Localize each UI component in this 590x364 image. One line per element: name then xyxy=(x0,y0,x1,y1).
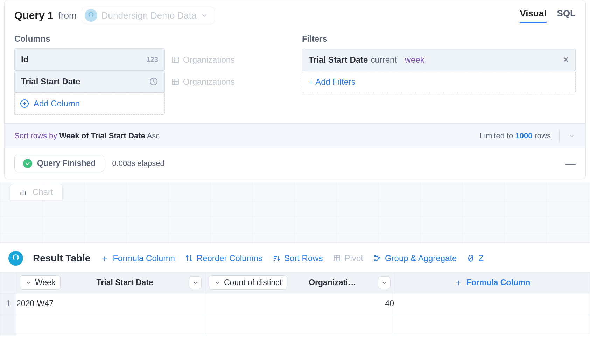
remove-filter-icon[interactable]: ✕ xyxy=(563,55,569,64)
cell-count[interactable]: 40 xyxy=(205,293,394,314)
column-source: Organizations xyxy=(171,77,235,87)
chevron-down-icon xyxy=(201,12,208,19)
postgres-icon xyxy=(8,251,23,266)
result-toolbar: Result Table ＋Formula Column Reorder Col… xyxy=(0,242,590,272)
svg-point-17 xyxy=(374,260,376,261)
columns-title: Columns xyxy=(14,34,288,44)
column-source: Organizations xyxy=(171,55,235,65)
datasource-name: Dundersign Demo Data xyxy=(101,10,197,21)
sort-summary[interactable]: Sort rows by Week of Trial Start Date As… xyxy=(14,131,160,140)
plus-icon: ＋ xyxy=(454,276,463,289)
pivot-icon xyxy=(333,254,341,262)
tool-zero-fill[interactable]: Z xyxy=(466,253,484,263)
filter-field: Trial Start Date xyxy=(309,55,368,65)
filters-section: Filters Trial Start Date current week ✕ … xyxy=(302,34,576,115)
col-header-count: Count of distinct Organizati… xyxy=(205,272,394,293)
filter-chip[interactable]: Trial Start Date current week ✕ xyxy=(302,49,576,71)
chevron-down-icon xyxy=(192,280,198,286)
add-column-button[interactable]: Add Column xyxy=(14,92,165,115)
add-filter-button[interactable]: + Add Filters xyxy=(302,71,576,93)
row-number-header xyxy=(0,272,16,293)
column-name: Id xyxy=(21,55,28,64)
col-header-formula: ＋ Formula Column xyxy=(394,272,590,293)
col-header-label: Trial Start Date xyxy=(64,278,185,287)
tool-sort-rows[interactable]: Sort Rows xyxy=(272,253,323,263)
postgres-icon xyxy=(85,9,97,22)
sort-bar: Sort rows by Week of Trial Start Date As… xyxy=(5,123,585,148)
plus-circle-icon xyxy=(20,99,29,108)
filters-title: Filters xyxy=(302,34,576,44)
table-row: 1 2020-W47 40 xyxy=(0,293,590,314)
column-chip-trial-start-date[interactable]: Trial Start Date xyxy=(14,70,165,93)
elapsed-text: 0.008s elapsed xyxy=(112,159,164,168)
svg-rect-0 xyxy=(172,57,178,63)
columns-section: Columns Id 123 Organizations Trial Start… xyxy=(14,34,288,115)
group-icon xyxy=(373,254,381,262)
chevron-down-icon xyxy=(381,280,387,286)
from-word: from xyxy=(58,10,77,21)
svg-point-16 xyxy=(374,255,376,257)
svg-rect-4 xyxy=(172,79,178,85)
chart-canvas: Chart xyxy=(0,183,590,242)
result-table: Week Trial Start Date Count of distinct … xyxy=(0,272,590,335)
sort-icon xyxy=(272,254,281,262)
query-panel: Query 1 from Dundersign Demo Data Visual… xyxy=(4,0,586,179)
row-number: 1 xyxy=(0,293,16,314)
limit-text[interactable]: Limited to 1000 rows xyxy=(480,131,551,140)
agg-picker-count[interactable]: Count of distinct xyxy=(209,275,287,290)
svg-point-18 xyxy=(379,258,380,259)
col-header-label: Organizati… xyxy=(290,278,374,287)
bar-chart-icon xyxy=(19,188,27,196)
limit-control: Limited to 1000 rows xyxy=(480,130,576,142)
column-row: Trial Start Date Organizations xyxy=(14,71,288,93)
cell-empty xyxy=(394,293,590,314)
check-circle-icon xyxy=(23,159,32,168)
chevron-down-icon xyxy=(214,280,220,286)
filter-value: week xyxy=(405,55,424,65)
col-menu-button[interactable] xyxy=(189,276,202,289)
reorder-icon xyxy=(185,254,193,262)
collapse-button[interactable]: — xyxy=(565,158,576,169)
column-name: Trial Start Date xyxy=(21,77,80,86)
filter-op: current xyxy=(371,55,397,65)
status-bar: Query Finished 0.008s elapsed — xyxy=(5,148,585,179)
slash-zero-icon xyxy=(466,254,475,262)
chevron-down-icon[interactable] xyxy=(568,132,576,140)
table-row xyxy=(0,314,590,335)
tool-group-aggregate[interactable]: Group & Aggregate xyxy=(373,253,457,263)
tool-formula-column[interactable]: ＋Formula Column xyxy=(100,252,175,265)
add-formula-column[interactable]: ＋ Formula Column xyxy=(394,276,590,289)
column-row: Id 123 Organizations xyxy=(14,49,288,71)
query-status-pill[interactable]: Query Finished xyxy=(14,155,104,172)
tool-reorder-columns[interactable]: Reorder Columns xyxy=(185,253,262,263)
table-icon xyxy=(171,78,180,86)
tab-sql[interactable]: SQL xyxy=(557,8,576,23)
svg-rect-13 xyxy=(334,255,340,261)
mode-tabs: Visual SQL xyxy=(520,8,576,23)
col-header-week: Week Trial Start Date xyxy=(16,272,205,293)
clock-icon xyxy=(149,77,158,86)
column-chip-id[interactable]: Id 123 xyxy=(14,48,165,71)
result-title: Result Table xyxy=(33,253,90,264)
panel-head: Query 1 from Dundersign Demo Data Visual… xyxy=(5,0,585,26)
builder-sections: Columns Id 123 Organizations Trial Start… xyxy=(5,26,585,118)
datasource-picker[interactable]: Dundersign Demo Data xyxy=(82,7,215,24)
agg-picker-week[interactable]: Week xyxy=(20,275,61,290)
query-from-group: Query 1 from Dundersign Demo Data xyxy=(14,7,215,24)
cell-week[interactable]: 2020-W47 xyxy=(16,293,205,314)
tool-pivot: Pivot xyxy=(333,253,363,263)
tab-visual[interactable]: Visual xyxy=(520,8,546,23)
query-title: Query 1 xyxy=(14,9,54,21)
number-type-icon: 123 xyxy=(147,56,158,64)
col-menu-button[interactable] xyxy=(378,276,391,289)
chevron-down-icon xyxy=(25,280,31,286)
divider xyxy=(559,130,560,142)
table-icon xyxy=(171,56,180,64)
chart-tab[interactable]: Chart xyxy=(10,184,63,200)
